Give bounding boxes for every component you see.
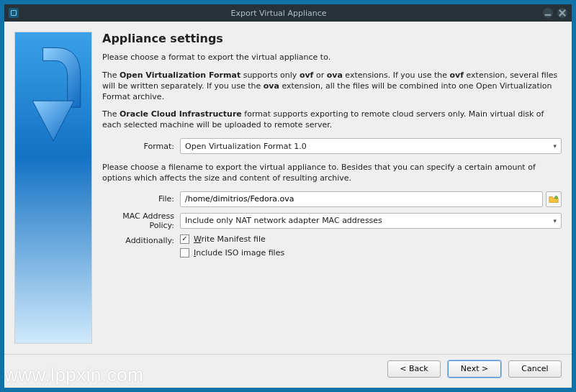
format-label: Format: [102, 142, 180, 151]
write-manifest-option[interactable]: ✓ Write Manifest file [180, 234, 266, 244]
browse-file-button[interactable] [546, 191, 562, 207]
wizard-button-bar: < Back Next > Cancel [4, 354, 572, 383]
format-select-value: Open Virtualization Format 1.0 [185, 142, 307, 151]
close-icon [557, 8, 567, 18]
window-title: Export Virtual Appliance [19, 9, 539, 18]
next-button[interactable]: Next > [448, 360, 501, 378]
file-row: File: [102, 191, 562, 207]
filename-hint-text: Please choose a filename to export the v… [102, 163, 562, 184]
oci-explain-text: The Oracle Cloud Infrastructure format s… [102, 109, 562, 131]
chevron-down-icon: ▾ [553, 217, 557, 224]
include-iso-label: Include ISO image files [194, 248, 284, 257]
ovf-explain-text: The Open Virtualization Format supports … [102, 70, 562, 103]
svg-point-0 [555, 196, 558, 199]
mac-row: MAC Address Policy: Include only NAT net… [102, 211, 562, 230]
wizard-content: Appliance settings Please choose a forma… [102, 32, 562, 344]
wizard-sidebar-art [14, 32, 92, 344]
mac-label: MAC Address Policy: [102, 211, 180, 230]
folder-icon [549, 194, 559, 204]
back-button[interactable]: < Back [387, 360, 441, 378]
write-manifest-checkbox[interactable]: ✓ [180, 234, 189, 244]
intro-text: Please choose a format to export the vir… [102, 53, 562, 63]
window-titlebar: Export Virtual Appliance [4, 4, 572, 22]
chevron-down-icon: ▾ [553, 142, 557, 150]
page-heading: Appliance settings [102, 32, 562, 45]
app-icon [9, 8, 19, 18]
file-path-input[interactable] [180, 191, 543, 207]
write-manifest-label: Write Manifest file [194, 234, 266, 244]
format-row: Format: Open Virtualization Format 1.0 ▾ [102, 138, 562, 154]
file-label: File: [102, 194, 180, 204]
export-arrow-icon [21, 38, 86, 153]
minimize-button[interactable] [543, 8, 553, 18]
additionally-row: Additionally: ✓ Write Manifest file Incl… [102, 234, 562, 260]
include-iso-checkbox[interactable] [180, 248, 189, 257]
include-iso-option[interactable]: Include ISO image files [180, 248, 284, 257]
mac-policy-select[interactable]: Include only NAT network adapter MAC add… [180, 213, 562, 229]
cancel-button[interactable]: Cancel [508, 360, 562, 378]
close-button[interactable] [557, 8, 567, 18]
mac-policy-value: Include only NAT network adapter MAC add… [185, 216, 382, 225]
additionally-label: Additionally: [102, 234, 180, 245]
minimize-icon [543, 8, 553, 18]
format-select[interactable]: Open Virtualization Format 1.0 ▾ [180, 138, 562, 154]
